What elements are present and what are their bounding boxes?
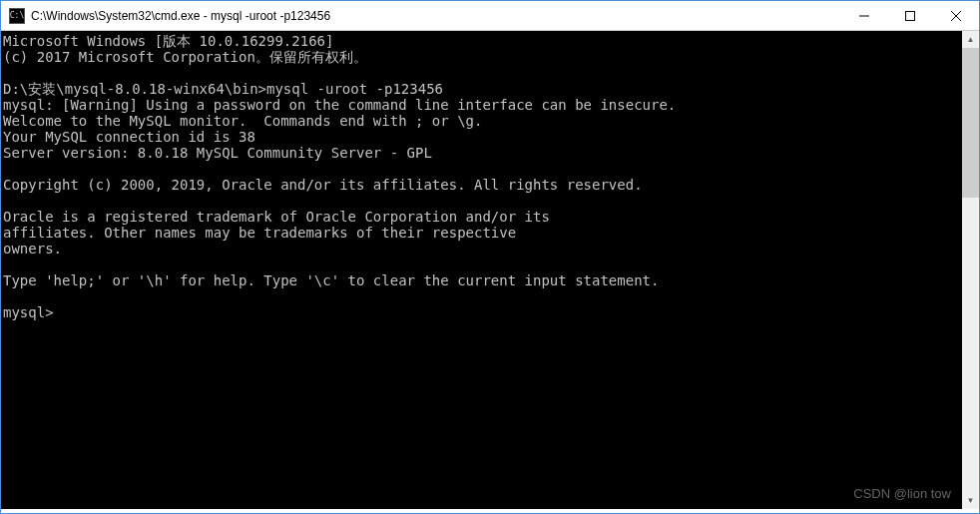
terminal-area: Microsoft Windows [版本 10.0.16299.2166] (… bbox=[1, 31, 979, 509]
close-button[interactable] bbox=[933, 1, 979, 30]
window-title: C:\Windows\System32\cmd.exe - mysql -uro… bbox=[31, 9, 841, 23]
scroll-down-arrow[interactable]: ▼ bbox=[962, 492, 979, 509]
bottom-frame bbox=[1, 509, 979, 513]
vertical-scrollbar[interactable]: ▲ ▼ bbox=[962, 31, 979, 509]
scroll-up-arrow[interactable]: ▲ bbox=[962, 31, 979, 48]
cmd-window: C:\ C:\Windows\System32\cmd.exe - mysql … bbox=[0, 0, 980, 514]
cmd-icon: C:\ bbox=[9, 8, 25, 24]
minimize-button[interactable] bbox=[841, 1, 887, 30]
svg-rect-1 bbox=[906, 11, 915, 20]
scroll-track[interactable] bbox=[962, 48, 979, 492]
terminal-output[interactable]: Microsoft Windows [版本 10.0.16299.2166] (… bbox=[1, 31, 962, 509]
window-controls bbox=[841, 1, 979, 30]
titlebar[interactable]: C:\ C:\Windows\System32\cmd.exe - mysql … bbox=[1, 1, 979, 31]
scroll-thumb[interactable] bbox=[962, 48, 979, 198]
maximize-button[interactable] bbox=[887, 1, 933, 30]
